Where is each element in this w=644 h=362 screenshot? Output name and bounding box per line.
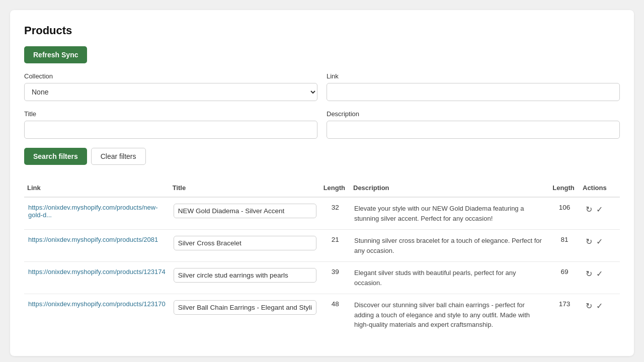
- product-link[interactable]: https://onixdev.myshopify.com/products/2…: [28, 236, 158, 243]
- row-refresh-button[interactable]: ↻: [584, 236, 594, 247]
- table-cell-link: https://onixdev.myshopify.com/products/2…: [24, 230, 170, 262]
- title-label: Title: [24, 110, 317, 118]
- link-group: Link: [327, 72, 620, 101]
- table-row: https://onixdev.myshopify.com/products/1…: [24, 294, 620, 336]
- description-group: Description: [327, 110, 620, 139]
- table-cell-length-title: 39: [320, 262, 350, 294]
- product-link[interactable]: https://onixdev.myshopify.com/products/n…: [28, 204, 157, 219]
- table-cell-title: [170, 230, 320, 262]
- link-input[interactable]: [327, 83, 620, 101]
- products-table-container: Link Title Length Description Length Act…: [24, 179, 620, 336]
- table-cell-length-title: 32: [320, 197, 350, 230]
- table-cell-link: https://onixdev.myshopify.com/products/1…: [24, 262, 170, 294]
- row-confirm-button[interactable]: ✓: [594, 236, 605, 247]
- title-field[interactable]: [174, 268, 316, 283]
- table-header-row: Link Title Length Description Length Act…: [24, 179, 620, 197]
- title-input[interactable]: [24, 121, 317, 139]
- description-label: Description: [327, 110, 620, 118]
- table-cell-length-desc: 106: [549, 197, 580, 230]
- table-cell-length-desc: 69: [549, 262, 580, 294]
- refresh-sync-button[interactable]: Refresh Sync: [24, 46, 87, 63]
- filter-row-1: Collection None Link: [24, 72, 620, 101]
- clear-filters-button[interactable]: Clear filters: [91, 148, 146, 165]
- table-cell-description: Elevate your style with our NEW Gold Dia…: [350, 197, 549, 230]
- table-cell-link: https://onixdev.myshopify.com/products/1…: [24, 294, 170, 336]
- table-row: https://onixdev.myshopify.com/products/2…: [24, 230, 620, 262]
- col-header-length-desc: Length: [549, 179, 580, 197]
- table-cell-length-desc: 173: [549, 294, 580, 336]
- col-header-description: Description: [350, 179, 549, 197]
- products-card: Products Refresh Sync Collection None Li…: [10, 10, 634, 356]
- description-input[interactable]: [327, 121, 620, 139]
- table-cell-title: [170, 197, 320, 230]
- row-confirm-button[interactable]: ✓: [594, 300, 605, 312]
- table-cell-description: Elegant silver studs with beautiful pear…: [350, 262, 549, 294]
- row-confirm-button[interactable]: ✓: [594, 204, 605, 215]
- collection-select[interactable]: None: [24, 83, 317, 101]
- product-link[interactable]: https://onixdev.myshopify.com/products/1…: [28, 268, 166, 276]
- table-cell-description: Discover our stunning silver ball chain …: [350, 294, 549, 336]
- row-refresh-button[interactable]: ↻: [584, 268, 594, 280]
- col-header-length-title: Length: [320, 179, 350, 197]
- row-refresh-button[interactable]: ↻: [584, 300, 594, 312]
- table-row: https://onixdev.myshopify.com/products/n…: [24, 197, 620, 230]
- title-field[interactable]: [174, 204, 316, 218]
- table-cell-length-title: 48: [320, 294, 350, 336]
- collection-label: Collection: [24, 72, 317, 80]
- table-cell-description: Stunning silver cross bracelet for a tou…: [350, 230, 549, 262]
- filter-row-2: Title Description: [24, 110, 620, 139]
- table-cell-actions: ↻✓: [580, 230, 620, 262]
- table-cell-actions: ↻✓: [580, 262, 620, 294]
- link-label: Link: [327, 72, 620, 80]
- title-field[interactable]: [174, 236, 316, 250]
- table-row: https://onixdev.myshopify.com/products/1…: [24, 262, 620, 294]
- table-cell-length-desc: 81: [549, 230, 580, 262]
- table-cell-title: [170, 262, 320, 294]
- title-field[interactable]: [174, 300, 316, 315]
- row-refresh-button[interactable]: ↻: [584, 204, 594, 215]
- title-group: Title: [24, 110, 317, 139]
- col-header-link: Link: [24, 179, 170, 197]
- col-header-actions: Actions: [580, 179, 620, 197]
- table-cell-link: https://onixdev.myshopify.com/products/n…: [24, 197, 170, 230]
- collection-group: Collection None: [24, 72, 317, 101]
- product-link[interactable]: https://onixdev.myshopify.com/products/1…: [28, 300, 166, 308]
- search-filters-button[interactable]: Search filters: [24, 148, 87, 165]
- col-header-title: Title: [170, 179, 320, 197]
- table-cell-title: [170, 294, 320, 336]
- products-table: Link Title Length Description Length Act…: [24, 179, 620, 336]
- table-cell-actions: ↻✓: [580, 294, 620, 336]
- table-cell-length-title: 21: [320, 230, 350, 262]
- table-cell-actions: ↻✓: [580, 197, 620, 230]
- filter-actions: Search filters Clear filters: [24, 148, 620, 165]
- row-confirm-button[interactable]: ✓: [594, 268, 605, 280]
- page-title: Products: [24, 24, 620, 37]
